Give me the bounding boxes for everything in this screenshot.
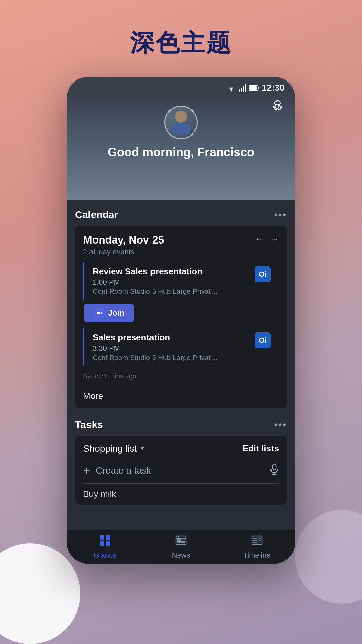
shopping-list-label: Shopping list (83, 443, 137, 454)
event-item-1[interactable]: Review Sales presentation 1:00 PM Conf R… (83, 262, 279, 300)
create-task-left: + Create a task (83, 464, 152, 478)
calendar-date-info: Monday, Nov 25 2 all day events (83, 234, 164, 256)
event-2-location: Conf Room Studio 5 Hub Large Privat… (93, 354, 251, 362)
battery-icon (249, 85, 259, 91)
calendar-next-button[interactable]: → (269, 234, 279, 245)
blob-right (295, 510, 362, 604)
event-item-2[interactable]: Sales presentation 3:30 PM Conf Room Stu… (83, 328, 279, 366)
phone-body: Calendar ••• Monday, Nov 25 2 all day ev… (67, 200, 295, 548)
calendar-nav: ← → (255, 234, 279, 245)
page-title: 深色主题 (0, 0, 362, 59)
status-bar: 12:30 (67, 77, 295, 96)
sync-info: Sync 31 mins ago (75, 370, 287, 384)
svg-rect-14 (100, 541, 104, 546)
calendar-section-header: Calendar ••• (75, 200, 287, 226)
join-button-label: Join (108, 308, 124, 318)
shopping-list-selector[interactable]: Shopping list ▼ (83, 443, 145, 454)
tasks-more-button[interactable]: ••• (274, 419, 287, 430)
create-task-row[interactable]: + Create a task (75, 458, 287, 483)
svg-rect-2 (241, 88, 242, 92)
nav-tab-news[interactable]: News (143, 534, 219, 560)
svg-rect-15 (106, 541, 110, 546)
dropdown-arrow-icon: ▼ (139, 445, 145, 452)
plus-icon: + (83, 464, 90, 478)
event-1-content: Review Sales presentation 1:00 PM Conf R… (93, 266, 251, 296)
event-1-time: 1:00 PM (93, 278, 251, 287)
svg-rect-3 (243, 86, 244, 92)
event-2-time: 3:30 PM (93, 344, 251, 353)
task-item-preview[interactable]: Buy milk (75, 484, 287, 505)
svg-rect-9 (273, 464, 276, 470)
wifi-icon (227, 84, 236, 92)
outlook-icon-1: Oi (255, 266, 271, 282)
event-2-title: Sales presentation (93, 332, 251, 343)
tasks-section-title: Tasks (75, 419, 103, 430)
timeline-icon (251, 534, 263, 549)
create-task-label: Create a task (96, 465, 152, 476)
calendar-card: Monday, Nov 25 2 all day events ← → Revi… (75, 226, 287, 408)
svg-point-0 (231, 90, 232, 91)
glance-tab-label: Glance (93, 551, 117, 560)
svg-rect-1 (239, 89, 240, 92)
news-icon (175, 534, 187, 549)
status-icons: 12:30 (227, 83, 285, 93)
news-tab-label: News (172, 551, 190, 560)
svg-rect-6 (249, 86, 257, 90)
tasks-section-header: Tasks ••• (75, 410, 287, 436)
calendar-prev-button[interactable]: ← (255, 234, 264, 245)
calendar-section-title: Calendar (75, 209, 118, 220)
avatar-image (165, 107, 197, 138)
signal-icon (239, 84, 246, 92)
svg-rect-7 (258, 87, 259, 89)
svg-rect-4 (245, 84, 246, 92)
timeline-tab-label: Timeline (243, 551, 271, 560)
status-time: 12:30 (262, 83, 285, 93)
calendar-more-btn[interactable]: More (75, 384, 287, 408)
svg-rect-13 (106, 535, 110, 540)
event-2-content: Sales presentation 3:30 PM Conf Room Stu… (93, 332, 251, 362)
tasks-card: Shopping list ▼ Edit lists + Create a ta… (75, 436, 287, 505)
calendar-date: Monday, Nov 25 (83, 234, 164, 246)
event-1-location: Conf Room Studio 5 Hub Large Privat… (93, 287, 251, 296)
svg-rect-12 (100, 535, 104, 540)
calendar-header-row: Monday, Nov 25 2 all day events ← → (75, 226, 287, 262)
calendar-more-button[interactable]: ••• (274, 209, 287, 220)
mic-icon[interactable] (269, 463, 279, 478)
phone-frame: 12:30 Good morning, Franc (67, 77, 295, 564)
phone-header: Good morning, Francisco (67, 96, 295, 200)
greeting-text: Good morning, Francisco (108, 145, 254, 159)
settings-button[interactable] (269, 99, 284, 115)
glance-icon (99, 534, 111, 549)
nav-tab-glance[interactable]: Glance (67, 534, 143, 560)
avatar[interactable] (164, 106, 198, 139)
header-content: Good morning, Francisco (67, 96, 295, 166)
tasks-header-row: Shopping list ▼ Edit lists (75, 436, 287, 458)
outlook-icon-2: Oi (255, 332, 271, 348)
edit-lists-button[interactable]: Edit lists (243, 443, 279, 454)
event-1-title: Review Sales presentation (93, 266, 251, 277)
join-button[interactable]: Join (84, 304, 134, 322)
teams-icon (94, 308, 105, 318)
nav-tab-timeline[interactable]: Timeline (219, 534, 295, 560)
svg-rect-8 (97, 312, 100, 314)
calendar-events-count: 2 all day events (83, 248, 164, 256)
svg-rect-19 (177, 540, 180, 542)
bottom-nav: Glance News (67, 530, 295, 564)
